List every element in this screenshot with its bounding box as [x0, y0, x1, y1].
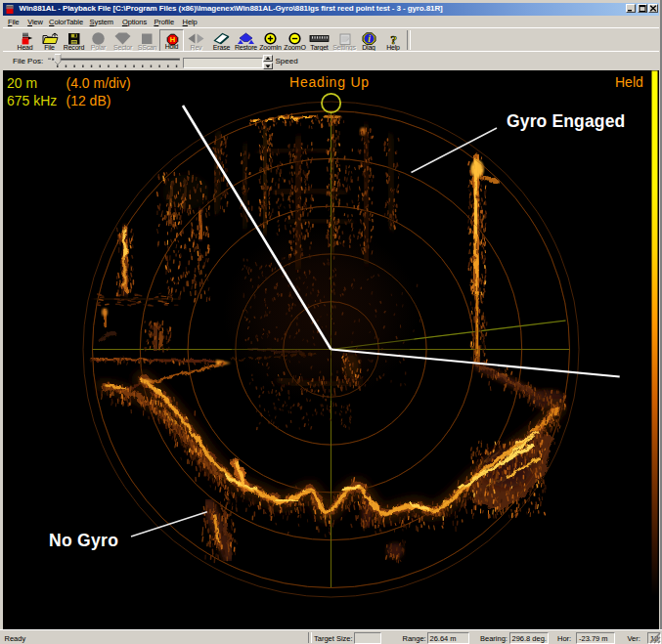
- svg-text:Held: Held: [615, 73, 643, 89]
- svg-text:No Gyro: No Gyro: [49, 531, 118, 550]
- svg-text:i: i: [368, 34, 371, 44]
- svg-text:Heading Up: Heading Up: [289, 73, 370, 89]
- svg-text:(4.0 m/div): (4.0 m/div): [66, 75, 131, 91]
- svg-text:Gyro Engaged: Gyro Engaged: [507, 111, 625, 131]
- svg-text:(12 dB): (12 dB): [66, 93, 111, 108]
- svg-text:20 m: 20 m: [7, 75, 37, 91]
- svg-text:675 kHz: 675 kHz: [7, 93, 57, 108]
